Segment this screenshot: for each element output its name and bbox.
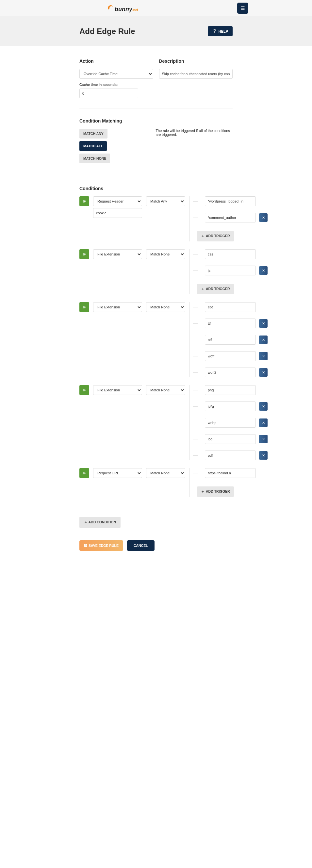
match-all-button[interactable]: MATCH ALL xyxy=(80,141,107,151)
condition-type-select[interactable]: File Extension xyxy=(93,302,142,312)
trigger-row: ✕ xyxy=(197,451,268,460)
trigger-input[interactable] xyxy=(205,249,256,259)
if-badge: IF xyxy=(80,249,89,259)
add-trigger-button[interactable]: ＋ADD TRIGGER xyxy=(197,231,234,241)
trigger-row: ✕ xyxy=(197,213,268,222)
trigger-input[interactable] xyxy=(205,266,256,275)
condition-match-select[interactable]: Match None xyxy=(146,249,185,259)
divider xyxy=(189,196,189,241)
close-icon: ✕ xyxy=(262,269,265,273)
close-icon: ✕ xyxy=(262,216,265,220)
description-title: Description xyxy=(159,59,233,64)
trigger-input[interactable] xyxy=(205,385,256,395)
if-badge: IF xyxy=(80,385,89,395)
divider xyxy=(189,302,189,377)
condition-param-input[interactable] xyxy=(93,208,142,218)
trigger-row: ✕ xyxy=(197,335,268,345)
trigger-input[interactable] xyxy=(205,351,256,361)
triggers-list: ✕✕✕✕ xyxy=(197,302,268,377)
condition-row: IFRequest HeaderMatch Any✕＋ADD TRIGGER xyxy=(80,196,232,241)
save-edge-rule-button[interactable]: 🖫 SAVE EDGE RULE xyxy=(80,540,123,551)
trigger-row: ✕ xyxy=(197,266,268,275)
delete-trigger-button[interactable]: ✕ xyxy=(259,213,268,222)
condition-type-select[interactable]: File Extension xyxy=(93,385,142,395)
trigger-row xyxy=(197,468,268,478)
cache-time-input[interactable] xyxy=(80,89,138,98)
action-title: Action xyxy=(80,59,153,64)
page-title: Add Edge Rule xyxy=(80,27,135,36)
delete-trigger-button[interactable]: ✕ xyxy=(259,368,268,377)
brand-name: bunny.net xyxy=(115,6,138,13)
delete-trigger-button[interactable]: ✕ xyxy=(259,336,268,344)
trigger-input[interactable] xyxy=(205,302,256,312)
divider xyxy=(80,507,232,507)
trigger-input[interactable] xyxy=(205,318,256,328)
condition-type-select[interactable]: Request Header xyxy=(93,196,142,206)
close-icon: ✕ xyxy=(262,437,265,441)
add-trigger-button[interactable]: ＋ADD TRIGGER xyxy=(197,487,234,497)
match-none-button[interactable]: MATCH NONE xyxy=(80,154,110,163)
triggers-list: ＋ADD TRIGGER xyxy=(197,468,268,497)
brand-logo: bunny.net xyxy=(64,4,138,13)
add-trigger-button[interactable]: ＋ADD TRIGGER xyxy=(197,284,234,294)
plus-icon: ＋ xyxy=(201,234,205,238)
hamburger-menu-button[interactable]: ☰ xyxy=(237,3,248,14)
close-icon: ✕ xyxy=(262,338,265,342)
divider xyxy=(80,108,232,108)
close-icon: ✕ xyxy=(262,321,265,326)
divider xyxy=(189,249,189,294)
condition-match-select[interactable]: Match None xyxy=(146,385,185,395)
save-icon: 🖫 xyxy=(84,544,88,548)
plus-icon: ＋ xyxy=(201,287,205,291)
delete-trigger-button[interactable]: ✕ xyxy=(259,402,268,411)
trigger-input[interactable] xyxy=(205,451,256,460)
triggers-list: ✕✕✕✕ xyxy=(197,385,268,460)
condition-matching-description: The rule will be triggered if all of the… xyxy=(156,129,232,136)
help-button[interactable]: ❔ HELP xyxy=(208,26,232,36)
trigger-input[interactable] xyxy=(205,196,256,206)
trigger-input[interactable] xyxy=(205,402,256,411)
delete-trigger-button[interactable]: ✕ xyxy=(259,451,268,460)
trigger-input[interactable] xyxy=(205,468,256,478)
cancel-button[interactable]: CANCEL xyxy=(127,540,155,551)
trigger-input[interactable] xyxy=(205,418,256,428)
condition-type-select[interactable]: Request URL xyxy=(93,468,142,478)
delete-trigger-button[interactable]: ✕ xyxy=(259,418,268,427)
condition-row: IFFile ExtensionMatch None✕✕✕✕ xyxy=(80,302,232,377)
help-label: HELP xyxy=(219,29,228,33)
divider xyxy=(80,176,232,176)
trigger-input[interactable] xyxy=(205,335,256,345)
description-input[interactable] xyxy=(159,69,233,79)
hamburger-icon: ☰ xyxy=(241,6,245,10)
trigger-input[interactable] xyxy=(205,434,256,444)
trigger-row: ✕ xyxy=(197,368,268,377)
topbar: bunny.net ☰ xyxy=(0,0,312,16)
bunny-icon xyxy=(106,4,113,11)
trigger-row: ✕ xyxy=(197,434,268,444)
delete-trigger-button[interactable]: ✕ xyxy=(259,319,268,328)
condition-match-select[interactable]: Match None xyxy=(146,468,185,478)
add-condition-button[interactable]: ＋ ADD CONDITION xyxy=(80,517,121,528)
plus-icon: ＋ xyxy=(201,489,205,493)
divider xyxy=(189,468,189,497)
match-any-button[interactable]: MATCH ANY xyxy=(80,129,107,138)
delete-trigger-button[interactable]: ✕ xyxy=(259,352,268,360)
page-header: Add Edge Rule ❔ HELP xyxy=(0,16,312,46)
triggers-list: ✕＋ADD TRIGGER xyxy=(197,196,268,241)
if-badge: IF xyxy=(80,468,89,478)
trigger-row xyxy=(197,385,268,395)
trigger-input[interactable] xyxy=(205,213,256,222)
action-select[interactable]: Override Cache Time xyxy=(80,69,153,79)
condition-match-select[interactable]: Match None xyxy=(146,302,185,312)
delete-trigger-button[interactable]: ✕ xyxy=(259,435,268,443)
delete-trigger-button[interactable]: ✕ xyxy=(259,266,268,275)
trigger-row xyxy=(197,196,268,206)
close-icon: ✕ xyxy=(262,404,265,409)
cache-time-label: Cache time in seconds: xyxy=(80,83,153,87)
trigger-input[interactable] xyxy=(205,368,256,377)
trigger-row: ✕ xyxy=(197,318,268,328)
triggers-list: ✕＋ADD TRIGGER xyxy=(197,249,268,294)
trigger-row: ✕ xyxy=(197,351,268,361)
condition-match-select[interactable]: Match Any xyxy=(146,196,185,206)
condition-type-select[interactable]: File Extension xyxy=(93,249,142,259)
